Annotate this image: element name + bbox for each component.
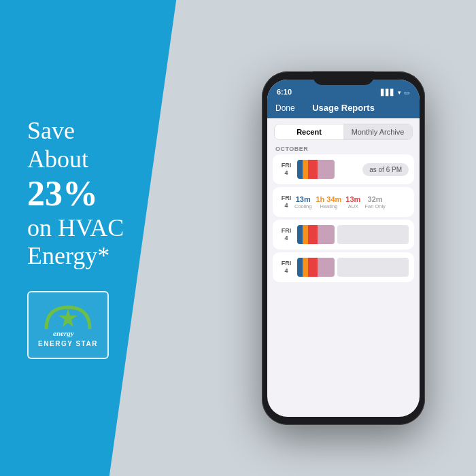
usage-row-3: FRI 4 — [273, 220, 414, 250]
row2-stats: 13m Cooling 1h 34m Heating 13m AUX 32m F… — [294, 195, 409, 209]
row3-date: 4 — [278, 235, 294, 242]
nav-bar: Done Usage Reports — [267, 99, 420, 118]
row4-date: 4 — [278, 267, 294, 275]
tagline-line4: Energy* — [27, 242, 109, 269]
row3-day-label: FRI 4 — [278, 227, 294, 242]
bar-blue-3 — [297, 225, 303, 244]
energy-star-label: ENERGY STAR — [38, 340, 98, 347]
status-time: 6:10 — [277, 88, 292, 96]
row2-day-label: FRI 4 — [278, 194, 294, 209]
stat-fan: 32m Fan Only — [364, 195, 385, 209]
bar-blue — [297, 160, 303, 179]
row1-day-label: FRI 4 — [278, 162, 294, 177]
row2-day: FRI — [278, 194, 294, 202]
svg-text:energy: energy — [53, 329, 74, 337]
bar-red — [308, 160, 318, 179]
stat-aux-val: 13m — [345, 195, 360, 203]
stat-fan-label: Fan Only — [364, 203, 385, 209]
stat-heating-val: 1h 34m — [316, 195, 341, 203]
bar-orange — [303, 160, 308, 179]
row3-usage-bars — [297, 225, 335, 244]
bar-pink — [318, 160, 335, 179]
segment-control: Recent Monthly Archive — [274, 124, 413, 140]
usage-row-1: FRI 4 as of 6 PM — [273, 154, 414, 184]
bar-orange-3 — [303, 225, 308, 244]
usage-row-2: FRI 4 13m Cooling 1h 34m Heating 13m AUX — [273, 187, 414, 217]
stat-aux-label: AUX — [345, 203, 360, 209]
bar-pink-3 — [318, 225, 335, 244]
phone-notch — [313, 71, 374, 85]
tagline: Save About 23% on HVAC Energy* — [27, 117, 190, 270]
segment-recent[interactable]: Recent — [275, 124, 343, 139]
bar-orange-4 — [303, 258, 308, 277]
status-icons: ▋▋▋ ▾ ▭ — [381, 89, 410, 96]
row3-placeholder — [337, 225, 409, 244]
row4-day: FRI — [278, 260, 294, 267]
energy-star-logo-icon: energy — [41, 302, 95, 339]
left-content: Save About 23% on HVAC Energy* energy EN… — [27, 117, 190, 358]
signal-icon: ▋▋▋ — [381, 89, 395, 96]
as-of-pill: as of 6 PM — [362, 163, 409, 176]
row4-bar-container — [297, 258, 409, 277]
row1-bar-container: as of 6 PM — [297, 160, 409, 179]
right-panel: 6:10 ▋▋▋ ▾ ▭ Done Usage Reports Recent M… — [211, 0, 476, 476]
phone-screen: 6:10 ▋▋▋ ▾ ▭ Done Usage Reports Recent M… — [267, 80, 420, 417]
battery-icon: ▭ — [404, 89, 410, 96]
stat-cooling: 13m Cooling — [294, 195, 311, 209]
row1-usage-bars — [297, 160, 335, 179]
row4-day-label: FRI 4 — [278, 260, 294, 275]
stat-heating-label: Heating — [316, 203, 341, 209]
left-panel: Save About 23% on HVAC Energy* energy EN… — [0, 0, 211, 476]
bar-pink-4 — [318, 258, 335, 277]
bar-red-3 — [308, 225, 318, 244]
nav-title: Usage Reports — [312, 103, 375, 113]
stat-heating: 1h 34m Heating — [316, 195, 341, 209]
stat-cooling-label: Cooling — [294, 203, 311, 209]
stat-cooling-val: 13m — [294, 195, 311, 203]
stat-fan-val: 32m — [364, 195, 385, 203]
section-month-label: OCTOBER — [267, 144, 420, 154]
segment-archive[interactable]: Monthly Archive — [343, 124, 412, 139]
row1-date: 4 — [278, 169, 294, 177]
bar-red-4 — [308, 258, 318, 277]
tagline-percent: 23% — [27, 173, 190, 214]
energy-star-badge: energy ENERGY STAR — [27, 291, 109, 359]
tagline-line3: on HVAC — [27, 214, 124, 241]
done-button[interactable]: Done — [275, 103, 295, 113]
usage-row-4: FRI 4 — [273, 252, 414, 282]
phone-mockup: 6:10 ▋▋▋ ▾ ▭ Done Usage Reports Recent M… — [262, 71, 425, 425]
row1-day: FRI — [278, 162, 294, 169]
row4-usage-bars — [297, 258, 335, 277]
bar-blue-4 — [297, 258, 303, 277]
row2-date: 4 — [278, 202, 294, 209]
row3-day: FRI — [278, 227, 294, 235]
tagline-line1: Save — [27, 117, 75, 144]
row4-placeholder — [337, 258, 409, 277]
stat-aux: 13m AUX — [345, 195, 360, 209]
tagline-line2: About — [27, 146, 88, 173]
wifi-icon: ▾ — [398, 89, 401, 96]
row3-bar-container — [297, 225, 409, 244]
svg-marker-0 — [58, 309, 78, 327]
